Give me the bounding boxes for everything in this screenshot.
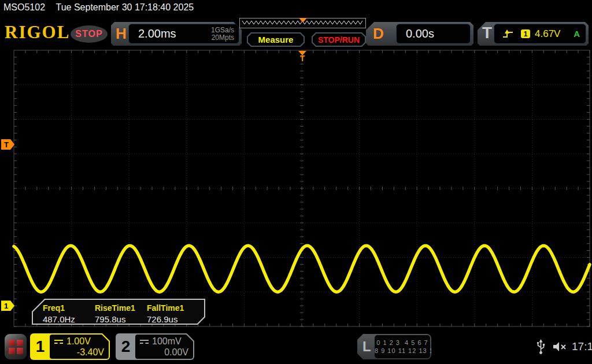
- measurement-value: 726.9us: [147, 314, 184, 324]
- clock: 17:17: [572, 340, 592, 353]
- measurement-name: RiseTime1: [95, 303, 135, 313]
- channel1-display: 1.00V -3.40V: [50, 335, 109, 359]
- channel1-zero-marker-label: 1: [4, 302, 8, 310]
- trigger-level-marker-label: T: [4, 140, 9, 149]
- preview-trigger-position-icon[interactable]: [299, 18, 307, 23]
- speaker-muted-icon[interactable]: [552, 340, 567, 354]
- measurement-panel[interactable]: Freq1 487.0Hz RiseTime1 795.8us FallTime…: [32, 299, 205, 325]
- rigol-logo: RIGOL: [5, 22, 70, 43]
- delay-value: 0.00s: [406, 27, 434, 40]
- measurement-panel-body: Freq1 487.0Hz RiseTime1 795.8us FallTime…: [33, 300, 204, 324]
- measurement-falltime: FallTime1 726.9us: [147, 303, 184, 324]
- dc-coupling-icon: [140, 340, 149, 344]
- timebase-value: 2.00ms: [138, 27, 176, 40]
- channel1-block[interactable]: 1 1.00V -3.40V: [30, 333, 110, 360]
- delay-display: 0.00s: [396, 24, 471, 44]
- measurement-freq: Freq1 487.0Hz: [43, 303, 75, 324]
- channel2-scale: 100mV: [152, 336, 182, 347]
- logic-channels-block[interactable]: L 0 1 2 3 4 5 6 7 8 9 10 11 12 13 14 15: [357, 334, 431, 359]
- titlebar: MSO5102 Tue September 30 17:18:40 2025: [3, 2, 194, 13]
- measurement-value: 795.8us: [95, 314, 135, 324]
- measurement-name: FallTime1: [147, 303, 184, 313]
- usb-icon: [536, 339, 545, 355]
- stop-run-button[interactable]: STOP/RUN: [312, 32, 366, 47]
- trigger-display: 1 4.67V A: [494, 24, 586, 44]
- logic-label: L: [362, 339, 371, 355]
- channel1-scale: 1.00V: [66, 336, 91, 347]
- trigger-block[interactable]: T 1 4.67V A: [478, 22, 589, 46]
- measurement-risetime: RiseTime1 795.8us: [95, 303, 135, 324]
- trigger-level-value: 4.67V: [535, 28, 560, 40]
- channel2-block[interactable]: 2 100mV 0.00V: [116, 333, 194, 360]
- stop-run-button-label: STOP/RUN: [318, 35, 360, 44]
- rising-edge-icon: [502, 29, 514, 39]
- waveform-preview-strip[interactable]: [239, 18, 366, 28]
- run-state-badge: STOP: [71, 25, 108, 43]
- measurement-name: Freq1: [43, 303, 75, 313]
- menu-grid-button[interactable]: [5, 334, 27, 359]
- menu-grid-icon: [9, 340, 23, 354]
- model-name: MSO5102: [3, 2, 45, 12]
- logic-row2: 8 9 10 11 12 13 14 15: [375, 347, 448, 354]
- measure-button-label: Measure: [258, 35, 294, 44]
- delay-block[interactable]: D 0.00s: [366, 22, 473, 46]
- horizontal-label: H: [116, 25, 127, 43]
- trigger-mode: A: [574, 29, 580, 39]
- delay-label: D: [373, 25, 384, 43]
- channel2-offset: 0.00V: [135, 347, 188, 358]
- sample-rate: 1GSa/s: [211, 27, 234, 34]
- channel1-zero-marker[interactable]: 1: [1, 300, 14, 311]
- channel2-number: 2: [116, 333, 136, 360]
- logic-row1: 0 1 2 3 4 5 6 7: [376, 339, 428, 346]
- trigger-position-marker[interactable]: T: [298, 51, 306, 62]
- horizontal-display: 2.00ms 1GSa/s 20Mpts: [128, 24, 239, 44]
- measurement-value: 487.0Hz: [43, 314, 75, 324]
- logic-channel-list: 0 1 2 3 4 5 6 7 8 9 10 11 12 13 14 15: [375, 335, 430, 358]
- trigger-source-badge: 1: [521, 29, 530, 38]
- channel1-number: 1: [30, 333, 50, 360]
- datetime-text: Tue September 30 17:18:40 2025: [56, 2, 194, 12]
- measure-button[interactable]: Measure: [247, 32, 305, 47]
- oscilloscope-screen: MSO5102 Tue September 30 17:18:40 2025 R…: [0, 0, 592, 364]
- memory-depth: 20Mpts: [211, 34, 234, 42]
- trigger-level-marker[interactable]: T: [1, 139, 14, 150]
- trigger-label: T: [482, 24, 492, 42]
- acquisition-info: 1GSa/s 20Mpts: [211, 27, 234, 42]
- dc-coupling-icon: [54, 340, 63, 344]
- horizontal-settings-block[interactable]: H 2.00ms 1GSa/s 20Mpts: [111, 22, 242, 46]
- channel1-offset: -3.40V: [50, 347, 104, 358]
- channel2-display: 100mV 0.00V: [135, 335, 193, 359]
- trigger-position-label: T: [298, 55, 306, 62]
